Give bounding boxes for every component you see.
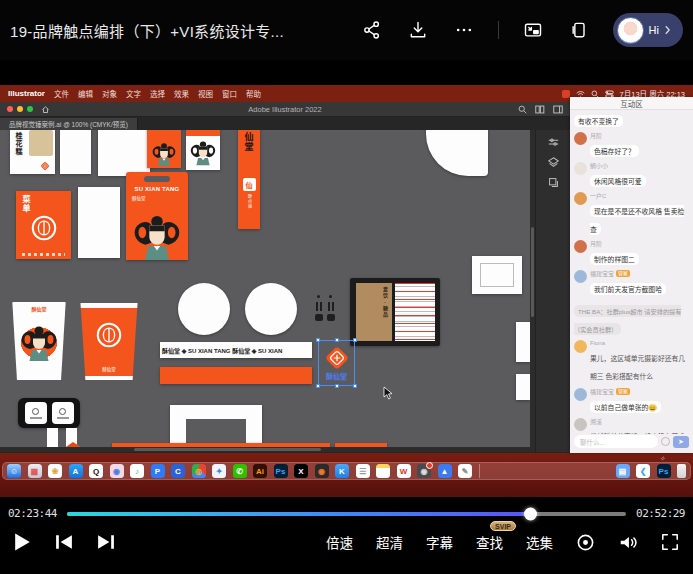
- chat-message: 一户C 现在是不是还不收风格 售卖检查: [574, 191, 689, 235]
- card-tag: [25, 402, 47, 424]
- chat-user-badge: 管家: [616, 270, 630, 277]
- chat-message: THE BA：社群plus超市 请安排的提有（实会员社群）: [574, 299, 689, 335]
- cup-base: [85, 376, 132, 380]
- emoji-icon: [661, 437, 670, 446]
- package-photo: [29, 130, 53, 156]
- previous-episode-button[interactable]: [55, 534, 73, 550]
- chat-bubble: THE BA：社群plus超市 请安排的提有（实会员社群）: [574, 305, 681, 335]
- chat-message: 有收不变换了: [574, 110, 689, 127]
- counter-arch: [170, 405, 262, 443]
- seal-logo-icon: [40, 161, 50, 171]
- chat-message: 月阶 制作的样图二: [574, 239, 689, 265]
- artboard-hanging-banner: 仙堂 仙 酥点铺: [238, 130, 260, 229]
- chat-avatar: [574, 388, 587, 401]
- share-icon[interactable]: [360, 18, 384, 42]
- user-avatar: [617, 17, 644, 44]
- artboard-cup-orange: 酥仙堂: [78, 303, 140, 380]
- top-bar-actions: Hi: [360, 13, 683, 47]
- subtitles-button[interactable]: 字幕: [426, 532, 453, 552]
- progress-row: 02:23:44 02:52:29: [0, 497, 693, 520]
- account-button[interactable]: Hi: [613, 13, 683, 47]
- artboard-package-guihuagao: 桂花糕: [10, 130, 55, 174]
- dock-side-items: ▤❮Ps: [616, 464, 671, 478]
- menubar-items: 文件编辑对象文字选择效果视图窗口帮助: [54, 88, 261, 99]
- next-episode-button[interactable]: [97, 534, 115, 550]
- menu-footer-marks: [22, 253, 65, 256]
- quality-button[interactable]: 超清: [376, 532, 403, 552]
- chat-avatar: [574, 132, 587, 145]
- board-left-page: 素饮·糖品: [356, 283, 392, 341]
- chat-bubble: 以前自己做单张的😄: [590, 401, 661, 413]
- board-right-page: [395, 283, 435, 341]
- send-button: ➤: [673, 436, 689, 448]
- menu-board: 素饮·糖品: [350, 278, 440, 346]
- package-title: 桂花糕: [13, 132, 23, 156]
- chat-username: 溯溪: [590, 417, 602, 426]
- dock-app-icon: ✎: [458, 464, 472, 478]
- current-time: 02:23:44: [8, 507, 57, 520]
- mouse-cursor: [383, 386, 393, 404]
- chat-bubble: 休闲风格很可爱: [590, 175, 646, 187]
- cup-brand-text: 酥仙堂: [10, 305, 68, 312]
- volume-icon[interactable]: [618, 533, 638, 552]
- dock-app-icon: ▲: [438, 464, 452, 478]
- chat-message: 溯溪 优越科普分享好，将来没有艺术产？: [574, 417, 689, 434]
- menubar-app-name: Illustrator: [8, 89, 45, 98]
- artboard-canvas: 桂花糕 仙堂 仙 酥点铺: [0, 130, 535, 452]
- round-logo-icon: [94, 320, 124, 350]
- chat-panel: 互动区 有收不变换了: [570, 97, 693, 453]
- fullscreen-icon[interactable]: [661, 533, 679, 551]
- account-label: Hi: [649, 24, 659, 36]
- play-button[interactable]: [14, 532, 31, 552]
- arch-opening: [186, 419, 246, 443]
- illustrator-workspace: 桂花糕 仙堂 仙 酥点铺: [0, 130, 570, 452]
- trash-icon: [677, 464, 686, 478]
- chat-bubble: 现在是不是还不收风格 售卖检查: [590, 205, 684, 235]
- progress-bar[interactable]: [67, 512, 626, 516]
- video-player-screen: 19-品牌触点编排（下）+VI系统设计专... Hi: [0, 0, 693, 574]
- menubar-item: 帮助: [246, 88, 261, 99]
- chat-bubble: 色稿存好了？: [590, 145, 639, 157]
- progress-fill: [67, 512, 531, 516]
- dock-side-icon: Ps: [657, 464, 671, 478]
- dock-app-icon: ☺: [7, 464, 21, 478]
- chat-avatar: [574, 162, 587, 175]
- dock-app-icon: ☰: [356, 464, 370, 478]
- menubar-item: 视图: [198, 88, 213, 99]
- bag-handle-cutout: [144, 176, 170, 182]
- dock-app-icon: Ps: [274, 464, 288, 478]
- search-in-video-button[interactable]: 查找SVIP: [476, 532, 503, 552]
- chat-avatar: [574, 418, 587, 431]
- dock-apps: ☺▦❀AQ◉♪PC◎✦✆AiPsX◉K☰W◉▲✎: [7, 464, 472, 478]
- dock-app-icon: ◉: [315, 464, 329, 478]
- figure-illustration: [131, 214, 183, 260]
- artboard-blank-1: [60, 130, 91, 174]
- menubar-item: 窗口: [222, 88, 237, 99]
- video-frame[interactable]: Illustrator 文件编辑对象文字选择效果视图窗口帮助 7月13日 周六 …: [0, 85, 693, 497]
- dock-app-icon: ◉: [417, 464, 431, 478]
- title-bar-tools: [518, 105, 563, 114]
- chat-message: Fiona 果儿，这区域单元摄影好还有几期三 色彩搭配有什么: [574, 339, 689, 383]
- episodes-button[interactable]: 选集: [526, 532, 553, 552]
- dock-app-icon: K: [335, 464, 349, 478]
- more-icon[interactable]: [452, 18, 476, 42]
- cup-rim: [78, 303, 140, 308]
- dock-side-icon: ▤: [616, 464, 630, 478]
- banner-text: 仙堂: [243, 132, 256, 152]
- download-icon[interactable]: [406, 18, 430, 42]
- dock-divider: [479, 464, 480, 478]
- chat-input: 聊什么...: [574, 435, 658, 448]
- bag-brand-en: SU XIAN TANG: [126, 186, 188, 192]
- menubar-item: 文字: [126, 88, 141, 99]
- speed-button[interactable]: 倍速: [326, 532, 353, 552]
- chat-message: 蜗小小 休闲风格很可爱: [574, 161, 689, 187]
- progress-knob[interactable]: [524, 507, 537, 520]
- chat-username: 月阶: [590, 239, 602, 248]
- workspace-layout-icon: [553, 105, 563, 114]
- mini-player-icon[interactable]: [567, 18, 591, 42]
- pip-icon[interactable]: [521, 18, 545, 42]
- chat-message: 福建宝宝 管家 我们前天发官方截图哈: [574, 269, 689, 295]
- target-icon[interactable]: [576, 533, 595, 552]
- inner-frame: [480, 263, 514, 287]
- columns-icon: [535, 105, 545, 114]
